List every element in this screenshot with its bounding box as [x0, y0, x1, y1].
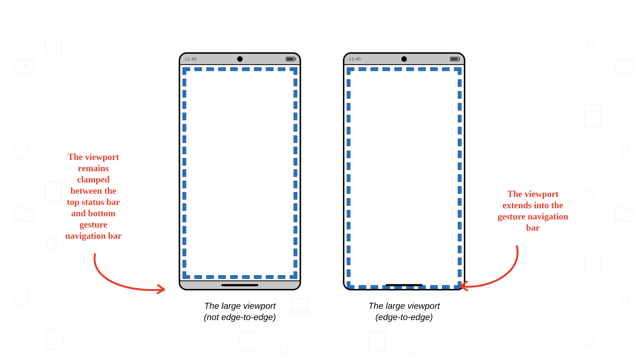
caption-line2: (not edge-to-edge) — [204, 312, 276, 322]
caption-not-edge-to-edge: The large viewport (not edge-to-edge) — [204, 300, 276, 323]
phone-frame-edge-to-edge: 11:45 — [343, 52, 465, 290]
caption-line1: The large viewport — [368, 301, 440, 311]
screen-area — [344, 65, 464, 289]
camera-punch-hole-icon — [401, 56, 407, 62]
annotation-arrow-right-icon — [449, 241, 533, 299]
status-time: 11:45 — [349, 56, 361, 62]
battery-icon — [286, 57, 295, 61]
diagram-stage: 11:45 The large viewport (not edge-to-ed… — [0, 0, 644, 362]
gesture-nav-pill-icon — [222, 284, 258, 286]
annotation-left: The viewport remains clamped between the… — [42, 151, 145, 241]
phone-edge-to-edge-column: 11:45 The large viewport (edge-to-edge) — [343, 52, 465, 323]
gesture-nav-bar-opaque — [180, 280, 300, 289]
status-time: 11:45 — [185, 56, 197, 62]
screen-area — [180, 65, 300, 289]
phones-row: 11:45 The large viewport (not edge-to-ed… — [179, 52, 465, 323]
status-bar: 11:45 — [180, 54, 300, 65]
annotation-right: The viewport extends into the gesture na… — [482, 188, 584, 233]
annotation-arrow-left-icon — [69, 251, 179, 303]
battery-icon — [450, 57, 459, 61]
caption-line2: (edge-to-edge) — [375, 312, 433, 322]
phone-not-edge-to-edge-column: 11:45 The large viewport (not edge-to-ed… — [179, 52, 301, 323]
gesture-nav-pill-icon — [386, 284, 422, 286]
camera-punch-hole-icon — [237, 56, 243, 62]
caption-edge-to-edge: The large viewport (edge-to-edge) — [368, 300, 440, 323]
gesture-nav-bar-transparent — [344, 281, 464, 289]
status-bar: 11:45 — [344, 54, 464, 65]
large-viewport-outline — [347, 67, 462, 289]
large-viewport-outline — [182, 67, 297, 279]
caption-line1: The large viewport — [204, 301, 276, 311]
phone-frame-not-edge-to-edge: 11:45 — [179, 52, 301, 290]
